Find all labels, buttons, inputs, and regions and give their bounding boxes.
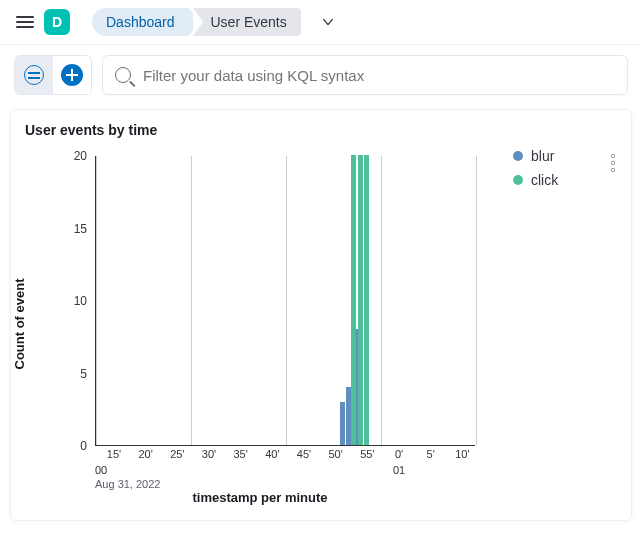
chevron-down-icon[interactable]	[321, 15, 335, 29]
gridline	[286, 156, 287, 445]
menu-icon[interactable]	[16, 13, 34, 31]
x-tick: 0'	[395, 448, 403, 460]
x-tick: 30'	[202, 448, 216, 460]
chart-panel: User events by time Count of event 05101…	[10, 109, 632, 521]
y-tick: 0	[80, 439, 87, 453]
legend-item-click[interactable]: click	[513, 172, 558, 188]
gridline	[191, 156, 192, 445]
y-tick: 20	[74, 149, 87, 163]
bar-click[interactable]	[351, 155, 356, 445]
bar-blur[interactable]	[340, 402, 345, 446]
x-tick: 50'	[328, 448, 342, 460]
bar-click[interactable]	[358, 155, 363, 445]
search-icon	[115, 67, 131, 83]
breadcrumb-dashboard[interactable]: Dashboard	[92, 8, 189, 36]
gridline	[476, 156, 477, 445]
x-tick: 10'	[455, 448, 469, 460]
add-filter-button[interactable]	[53, 56, 91, 94]
x-tick: 5'	[427, 448, 435, 460]
x-date-label: Aug 31, 2022	[95, 478, 160, 490]
search-bar[interactable]	[102, 55, 628, 95]
filter-button-group	[14, 55, 92, 95]
chart-area: Count of event 05101520 15'20'25'30'35'4…	[25, 146, 495, 502]
search-input[interactable]	[141, 66, 615, 85]
x-tick: 45'	[297, 448, 311, 460]
legend-dot-blur	[513, 151, 523, 161]
x-hour-next: 01	[393, 464, 405, 476]
y-axis-ticks: 05101520	[63, 146, 93, 446]
y-axis-label: Count of event	[12, 279, 27, 370]
x-tick: 35'	[233, 448, 247, 460]
legend-dot-click	[513, 175, 523, 185]
y-tick: 15	[74, 222, 87, 236]
bar-click[interactable]	[364, 155, 369, 445]
panel-options-icon[interactable]	[607, 150, 619, 176]
filter-row	[0, 45, 642, 109]
x-tick: 15'	[107, 448, 121, 460]
app-badge[interactable]: D	[44, 9, 70, 35]
x-tick: 25'	[170, 448, 184, 460]
chart-wrap: Count of event 05101520 15'20'25'30'35'4…	[25, 146, 617, 502]
x-axis-ticks: 15'20'25'30'35'40'45'50'55'0'5'10'	[95, 448, 475, 468]
y-tick: 10	[74, 294, 87, 308]
breadcrumb: Dashboard User Events	[92, 8, 301, 36]
x-hour-start: 00	[95, 464, 107, 476]
x-axis-label: timestamp per minute	[25, 490, 495, 505]
filter-button[interactable]	[15, 56, 53, 94]
plus-icon	[61, 64, 83, 86]
panel-title: User events by time	[25, 122, 617, 138]
filter-icon	[24, 65, 44, 85]
gridline	[96, 156, 97, 445]
gridline	[381, 156, 382, 445]
x-tick: 40'	[265, 448, 279, 460]
breadcrumb-user-events[interactable]: User Events	[193, 8, 301, 36]
y-tick: 5	[80, 367, 87, 381]
legend-label-blur: blur	[531, 148, 554, 164]
x-tick: 55'	[360, 448, 374, 460]
x-tick: 20'	[138, 448, 152, 460]
top-bar: D Dashboard User Events	[0, 0, 642, 45]
legend-item-blur[interactable]: blur	[513, 148, 558, 164]
legend: blur click	[513, 148, 558, 502]
plot-area	[95, 156, 475, 446]
legend-label-click: click	[531, 172, 558, 188]
